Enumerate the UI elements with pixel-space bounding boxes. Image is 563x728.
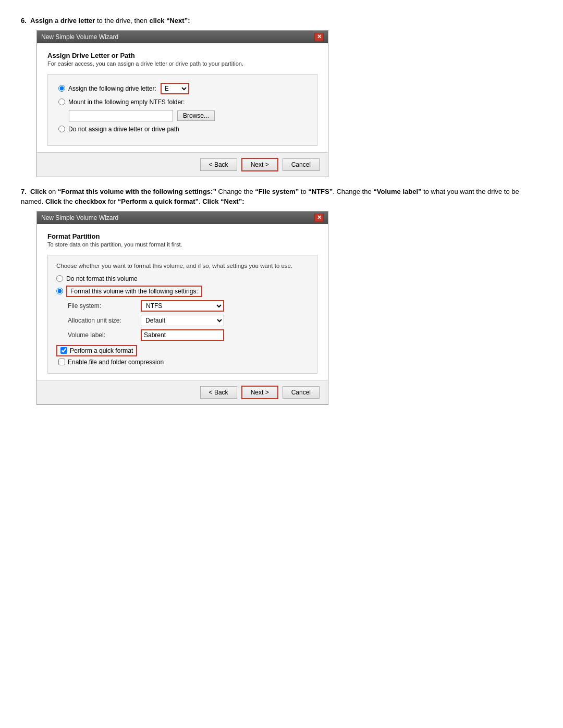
browse-button[interactable]: Browse... (177, 110, 215, 121)
compression-label: Enable file and folder compression (68, 359, 164, 366)
cancel-button-2[interactable]: Cancel (283, 386, 320, 399)
next-button-1[interactable]: Next > (241, 158, 278, 171)
file-system-select[interactable]: NTFS (141, 300, 224, 312)
radio-ntfs-input[interactable] (58, 98, 65, 105)
radio-format-input[interactable] (56, 288, 63, 294)
radio-do-not-format: Do not format this volume (56, 275, 309, 282)
wizard-section-sub-2: To store data on this partition, you mus… (47, 241, 317, 248)
allocation-label: Allocation unit size: (68, 317, 141, 324)
wizard-body-1: Assign Drive Letter or Path For easier a… (37, 43, 328, 153)
quick-format-label: Perform a quick format (70, 347, 133, 354)
volume-label-label: Volume label: (68, 331, 141, 339)
radio-assign-label: Assign the following drive letter: (68, 85, 156, 92)
wizard-window-1: New Simple Volume Wizard ✕ Assign Drive … (36, 30, 328, 177)
wizard-body-2: Format Partition To store data on this p… (37, 224, 328, 380)
step-6: 6. Assign a drive letter to the drive, t… (21, 16, 542, 177)
cancel-button-1[interactable]: Cancel (283, 158, 320, 171)
titlebar-close-2[interactable]: ✕ (314, 214, 324, 222)
wizard-section-title-1: Assign Drive Letter or Path (47, 52, 317, 59)
volume-label-input[interactable] (141, 329, 224, 341)
compression-checkbox[interactable] (58, 359, 65, 365)
allocation-row: Allocation unit size: Default (68, 315, 309, 326)
radio-no-format-input[interactable] (56, 275, 63, 282)
quick-format-checkbox-group: Perform a quick format (56, 345, 137, 356)
back-button-2[interactable]: < Back (200, 386, 237, 399)
radio-no-assign: Do not assign a drive letter or drive pa… (58, 126, 307, 133)
step-7: 7. Click on “Format this volume with the… (21, 187, 542, 405)
wizard-titlebar-2: New Simple Volume Wizard ✕ (37, 212, 328, 224)
radio-format-volume: Format this volume with the following se… (56, 286, 309, 297)
file-system-row: File system: NTFS (68, 300, 309, 312)
step7-instruction: 7. Click on “Format this volume with the… (21, 187, 542, 207)
back-button-1[interactable]: < Back (200, 158, 237, 171)
wizard-section-title-2: Format Partition (47, 232, 317, 240)
radio-format-label: Format this volume with the following se… (66, 286, 202, 297)
wizard-section-sub-1: For easier access, you can assign a driv… (47, 60, 317, 67)
ntfs-row: Browse... (69, 110, 307, 121)
radio-ntfs-label: Mount in the following empty NTFS folder… (68, 98, 185, 106)
step6-number: 6. (21, 17, 27, 24)
radio-no-format-label: Do not format this volume (66, 275, 138, 282)
compression-row: Enable file and folder compression (58, 359, 309, 366)
wizard-content-1: Assign the following drive letter: E Mou… (47, 74, 317, 146)
radio-assign-letter: Assign the following drive letter: E (58, 83, 307, 94)
step7-number: 7. (21, 188, 27, 195)
step6-click-next: click “Next”: (149, 17, 190, 24)
wizard-window-2: New Simple Volume Wizard ✕ Format Partit… (36, 211, 328, 405)
radio-no-assign-input[interactable] (58, 126, 65, 132)
step6-instruction: 6. Assign a drive letter to the drive, t… (21, 16, 542, 26)
wizard-footer-2: < Back Next > Cancel (37, 380, 328, 404)
allocation-select[interactable]: Default (141, 315, 224, 326)
radio-no-assign-label: Do not assign a drive letter or drive pa… (68, 126, 179, 133)
file-system-label: File system: (68, 302, 141, 310)
format-choose-text: Choose whether you want to format this v… (56, 263, 309, 269)
wizard-title-2: New Simple Volume Wizard (41, 214, 118, 221)
wizard-footer-1: < Back Next > Cancel (37, 153, 328, 177)
drive-letter-select[interactable]: E (161, 83, 189, 94)
titlebar-close-1[interactable]: ✕ (314, 33, 324, 41)
volume-label-row: Volume label: (68, 329, 309, 341)
radio-ntfs: Mount in the following empty NTFS folder… (58, 98, 307, 106)
radio-assign-input[interactable] (58, 85, 65, 92)
quick-format-checkbox[interactable] (60, 347, 67, 354)
step6-drive-letter-text: drive letter (60, 17, 95, 24)
ntfs-folder-input[interactable] (69, 110, 173, 121)
step6-assign: Assign (30, 17, 53, 24)
next-button-2[interactable]: Next > (241, 386, 278, 399)
format-options-area: Choose whether you want to format this v… (47, 255, 317, 374)
wizard-titlebar-1: New Simple Volume Wizard ✕ (37, 31, 328, 43)
wizard-title-1: New Simple Volume Wizard (41, 33, 118, 41)
format-settings-grid: File system: NTFS Allocation unit size: … (68, 300, 309, 341)
quick-format-row: Perform a quick format (56, 345, 309, 356)
